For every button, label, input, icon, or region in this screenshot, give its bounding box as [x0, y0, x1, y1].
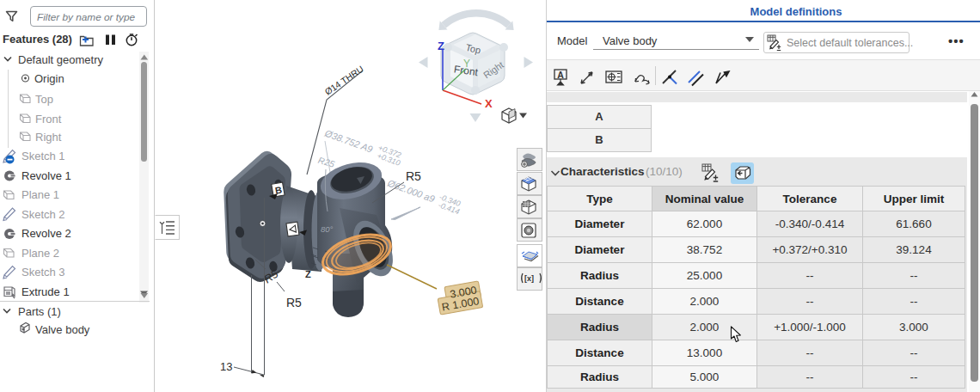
- svg-text:Revolve 1: Revolve 1: [21, 169, 71, 182]
- svg-text:13: 13: [220, 360, 232, 373]
- svg-text:Origin: Origin: [34, 72, 64, 85]
- svg-text:X: X: [485, 97, 493, 110]
- svg-text:Plane 1: Plane 1: [21, 188, 59, 201]
- svg-text:Valve body: Valve body: [35, 323, 90, 336]
- svg-text:Ø38.752 A9: Ø38.752 A9: [322, 127, 374, 155]
- svg-text:Ø14 THRU: Ø14 THRU: [322, 64, 365, 97]
- svg-text:Sketch 3: Sketch 3: [21, 266, 65, 279]
- svg-text:A: A: [557, 70, 564, 80]
- svg-text:Plane 2: Plane 2: [21, 247, 59, 260]
- svg-text:Z: Z: [305, 269, 311, 279]
- svg-text:R25: R25: [317, 155, 336, 169]
- svg-text:Y: Y: [463, 58, 470, 70]
- svg-text:80°: 80°: [321, 224, 334, 234]
- svg-text:Default geometry: Default geometry: [18, 53, 103, 66]
- svg-text:Revolve 2: Revolve 2: [21, 227, 71, 240]
- svg-text:Front: Front: [35, 113, 62, 126]
- svg-text:Sketch 1: Sketch 1: [21, 150, 65, 162]
- svg-text:Parts (1): Parts (1): [18, 305, 61, 318]
- svg-text:Right: Right: [35, 131, 62, 144]
- svg-text:Top: Top: [35, 93, 53, 106]
- svg-text:Extrude 1: Extrude 1: [21, 285, 70, 298]
- svg-text:Z: Z: [438, 40, 444, 52]
- svg-text:[x]: [x]: [524, 274, 534, 283]
- svg-text:R5: R5: [286, 296, 302, 309]
- svg-text:R5: R5: [406, 169, 421, 183]
- svg-text:Sketch 2: Sketch 2: [21, 208, 65, 221]
